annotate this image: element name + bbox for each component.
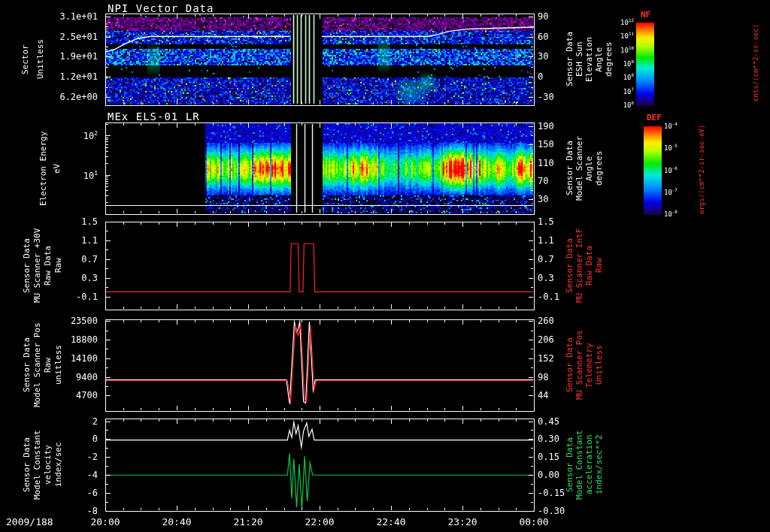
axis-label-column: degrees [595, 122, 605, 214]
y-tick-label: 110 [538, 159, 554, 168]
colorbar-tick-label: 1010 [614, 47, 634, 54]
colorbar-def-unit-label: ergs/(cm**2-sr-sec-eV) [699, 121, 708, 217]
y-tick-label: 260 [538, 316, 554, 325]
y-tick-label: -0.30 [538, 506, 565, 515]
y-tick-label: 0 [538, 72, 543, 81]
axis-label-column: MU Scanner +30V [33, 222, 43, 310]
colorbar-tick-label: 10-7 [664, 189, 678, 196]
colorbar-def-title: DEF [647, 113, 662, 122]
y-tick-label: 3.1e+01 [51, 12, 98, 21]
y-tick-label: 0.00 [538, 470, 559, 479]
y-tick-label: 190 [538, 122, 554, 131]
colorbar-tick-label: 106 [614, 101, 634, 109]
colorbar-tick-label: 1012 [614, 19, 634, 26]
y-tick-label: 0.30 [538, 434, 559, 443]
axis-label-column: Sensor Data [23, 319, 32, 411]
colorbar-tick-label: 10-6 [664, 167, 678, 174]
axis-label-column: Raw [54, 222, 64, 310]
axis-label-column: Sensor Data [23, 222, 32, 310]
colorbar-tick-label: 10-4 [664, 122, 678, 130]
colorbar-nf-unit-label: cnts/(cm**2-sr-sec) [753, 19, 762, 107]
axis-label-column: index/sec**2 [595, 419, 605, 511]
y-tick-label: 0.3 [538, 274, 554, 283]
y-tick-label: 1.2e+01 [51, 72, 98, 81]
axis-label-column: Model Constant [33, 419, 43, 511]
plot-canvas [0, 0, 770, 532]
y-tick-label: 1.1 [538, 236, 554, 245]
y-tick-label: 0.15 [538, 452, 559, 461]
y-tick-label: 152 [538, 354, 554, 363]
y-tick-label: 206 [538, 335, 554, 344]
y-tick-label: -0.1 [538, 292, 559, 301]
axis-label-column: Model Scanner Pos [33, 319, 43, 411]
science-plot-screen: NPI Vector Data MEx ELS-01 LR 2009/188 N… [0, 0, 770, 532]
colorbar-tick-label: 109 [614, 60, 634, 68]
axis-label-column: Raw [44, 319, 53, 411]
axis-label-column: Raw Data [44, 222, 53, 310]
panel1-title: NPI Vector Data [108, 3, 214, 14]
x-tick-label: 23:20 [440, 517, 485, 527]
y-tick-label: 30 [538, 195, 548, 204]
x-tick-label: 22:40 [368, 517, 414, 527]
x-tick-label: 21:20 [226, 517, 271, 527]
axis-label-column: unitless [54, 319, 64, 411]
x-axis-date-label: 2009/188 [6, 517, 53, 527]
panel2-title: MEx ELS-01 LR [108, 111, 200, 122]
y-tick-label: 98 [538, 373, 548, 382]
axis-label-column: eV [53, 122, 62, 214]
x-tick-label: 20:40 [154, 517, 199, 527]
y-tick-label: 90 [538, 12, 548, 21]
y-tick-label: -0.15 [538, 488, 565, 497]
colorbar-tick-label: 10-8 [664, 210, 678, 218]
colorbar-tick-label: 107 [614, 88, 634, 95]
y-tick-label: 60 [538, 32, 548, 41]
axis-label-column: Unitless [36, 14, 46, 105]
colorbar-tick-label: 108 [614, 74, 634, 81]
axis-label-column: index/sec [54, 419, 64, 511]
axis-label-column: Unitless [595, 319, 605, 411]
y-tick-label: 1.5 [538, 217, 554, 226]
colorbar-nf-title: NF [641, 11, 650, 19]
y-tick-label: 150 [538, 140, 554, 149]
x-tick-label: 20:00 [83, 517, 128, 527]
colorbar-tick-label: 1011 [614, 32, 634, 40]
y-tick-label: 70 [538, 177, 548, 186]
y-tick-label: 2.5e+01 [51, 32, 98, 41]
axis-label-column: Raw [595, 222, 605, 310]
y-tick-label: 6.2e+00 [51, 92, 98, 101]
y-tick-label: 0.7 [538, 255, 554, 264]
axis-label-column: velocity [44, 419, 53, 511]
y-tick-label: 0.45 [538, 417, 559, 426]
y-tick-label: 30 [538, 52, 548, 61]
y-tick-label: 1.9e+01 [51, 52, 98, 61]
axis-label-column: Electron Energy [39, 122, 49, 214]
x-tick-label: 00:00 [511, 517, 556, 527]
x-tick-label: 22:00 [297, 517, 342, 527]
y-tick-label: 44 [538, 391, 548, 400]
colorbar-tick-label: 10-5 [664, 144, 678, 152]
y-tick-label: -30 [538, 92, 554, 101]
axis-label-column: Sensor Data [23, 419, 32, 511]
axis-label-column: Sector [21, 14, 31, 105]
